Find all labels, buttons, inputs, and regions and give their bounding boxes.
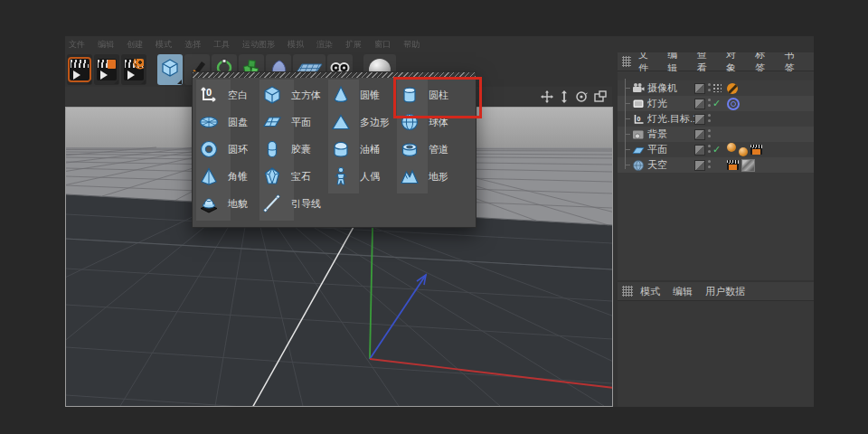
menu-item-label: 多边形	[360, 116, 390, 129]
enabled-check[interactable]: ✓	[712, 97, 723, 109]
visibility-dots[interactable]	[708, 129, 712, 139]
texture-tag[interactable]	[727, 143, 736, 152]
menu-item-plane[interactable]: 平面	[261, 108, 326, 136]
texture-tag[interactable]	[739, 147, 748, 156]
attr-menu-mode[interactable]: 模式	[640, 285, 660, 298]
object-row-camera[interactable]: 摄像机	[618, 80, 814, 96]
visibility-dots[interactable]	[708, 83, 712, 93]
highlight-box-cylinder	[393, 77, 482, 118]
menu-item[interactable]: 运动图形	[242, 39, 275, 52]
visibility-dots[interactable]	[708, 99, 712, 108]
menu-item-torus[interactable]: 圆环	[198, 136, 263, 163]
menu-item[interactable]: 创建	[127, 39, 143, 52]
torus-icon	[198, 138, 220, 160]
sky-icon	[632, 159, 645, 172]
layer-toggle[interactable]	[694, 83, 705, 94]
object-name: 灯光	[647, 97, 667, 110]
null-icon: 0	[198, 84, 220, 106]
render-picture-viewer-icon	[97, 59, 117, 80]
background-icon	[632, 128, 645, 141]
panel-grip-icon[interactable]	[622, 56, 631, 67]
object-row-plane[interactable]: 平面 ✓	[618, 142, 814, 157]
panel-grip-icon[interactable]	[622, 286, 633, 297]
attribute-manager-body	[618, 301, 814, 407]
plane-icon	[261, 111, 283, 133]
visibility-dots[interactable]	[708, 145, 712, 155]
protection-tag[interactable]	[727, 83, 738, 94]
compositing-tag[interactable]	[727, 160, 739, 170]
dolly-view-icon[interactable]	[560, 90, 569, 103]
menu-item[interactable]: 选择	[184, 39, 201, 52]
object-row-sky[interactable]: 天空	[618, 157, 814, 173]
menu-item-disc[interactable]: 圆盘	[198, 108, 263, 136]
visibility-dots[interactable]	[708, 160, 712, 170]
render-picture-viewer-button[interactable]	[94, 54, 119, 85]
menu-item-relief[interactable]: 地貌	[198, 190, 263, 217]
menu-item-guide[interactable]: 引导线	[261, 190, 326, 217]
menu-item-figure[interactable]: 人偶	[330, 163, 395, 190]
cube-icon	[159, 57, 181, 82]
object-list: 摄像机 灯光 ✓	[618, 71, 814, 280]
render-view-button[interactable]	[67, 54, 92, 85]
camera-icon	[632, 82, 645, 95]
add-primitive-button[interactable]	[157, 54, 183, 85]
menu-item[interactable]: 模式	[156, 39, 172, 52]
toggle-view-icon[interactable]	[594, 90, 607, 103]
menu-item[interactable]: 帮助	[403, 39, 420, 52]
render-settings-button[interactable]	[121, 54, 146, 85]
menu-item-landscape[interactable]: 地形	[399, 163, 464, 190]
menu-item-label: 地貌	[228, 197, 248, 211]
rotate-view-icon[interactable]	[575, 90, 588, 103]
menu-item-null[interactable]: 0 空白	[198, 81, 263, 108]
menu-item[interactable]: 渲染	[316, 39, 333, 52]
sky-texture-tag[interactable]	[741, 159, 755, 172]
layer-toggle[interactable]	[694, 129, 705, 140]
plane-icon	[632, 144, 645, 156]
attribute-manager-menubar: 模式 编辑 用户数据	[618, 282, 814, 301]
object-row-light-target[interactable]: 0 灯光.目标.1	[618, 111, 814, 127]
menu-item-pyramid[interactable]: 角锥	[198, 163, 263, 190]
enabled-check[interactable]: ✓	[712, 143, 723, 156]
attr-menu-userdata[interactable]: 用户数据	[705, 285, 745, 298]
figure-icon	[330, 165, 352, 187]
menu-item[interactable]: 扩展	[345, 39, 362, 52]
tube-icon	[399, 138, 420, 160]
tree-rail	[625, 79, 626, 169]
object-row-light[interactable]: 灯光 ✓	[618, 96, 814, 111]
menu-item-platonic[interactable]: 宝石	[261, 163, 326, 190]
cone-icon	[330, 84, 352, 106]
svg-text:0: 0	[637, 115, 641, 121]
menu-item-cube[interactable]: 立方体	[261, 81, 326, 108]
menu-item[interactable]: 工具	[213, 39, 230, 52]
render-view-icon	[70, 59, 90, 80]
menu-item-polygon[interactable]: 多边形	[330, 108, 395, 136]
relief-icon	[198, 193, 220, 214]
pan-view-icon[interactable]	[541, 90, 553, 103]
main-menubar: 文件 编辑 创建 模式 选择 工具 运动图形 模拟 渲染 扩展 窗口 帮助	[69, 39, 420, 52]
menu-item-oil-tank[interactable]: 油桶	[330, 136, 395, 163]
layer-toggle[interactable]	[694, 160, 705, 171]
layer-toggle[interactable]	[694, 145, 705, 156]
menu-item[interactable]: 编辑	[98, 39, 114, 52]
menu-item[interactable]: 模拟	[288, 39, 304, 52]
menu-item-cone[interactable]: 圆锥	[330, 81, 395, 108]
disc-icon	[198, 111, 220, 133]
compositing-tag[interactable]	[750, 145, 762, 155]
visibility-dots[interactable]	[708, 114, 712, 124]
menu-item[interactable]: 窗口	[374, 39, 391, 52]
oil-tank-icon	[330, 138, 352, 160]
layer-toggle[interactable]	[694, 114, 705, 125]
target-tag[interactable]	[727, 98, 740, 110]
object-row-background[interactable]: 背景	[618, 127, 814, 142]
menu-item[interactable]: 文件	[69, 39, 85, 52]
right-panels: 文件 编辑 查看 对象 标签 书签 摄像机	[618, 52, 814, 407]
object-manager: 文件 编辑 查看 对象 标签 书签 摄像机	[618, 52, 814, 280]
menu-item-capsule[interactable]: 胶囊	[261, 136, 326, 163]
attr-menu-edit[interactable]: 编辑	[673, 285, 693, 298]
menu-item-label: 引导线	[291, 197, 321, 211]
menu-item-label: 宝石	[291, 170, 311, 184]
menu-item-label: 角锥	[228, 170, 248, 184]
layer-toggle[interactable]	[694, 99, 705, 109]
object-name: 天空	[647, 158, 667, 172]
menu-item-tube[interactable]: 管道	[399, 136, 464, 163]
